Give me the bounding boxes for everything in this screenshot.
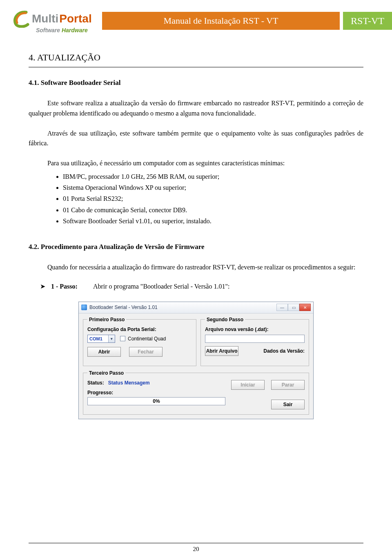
list-item: Sistema Operacional Windows XP ou superi… [63, 182, 363, 193]
logo-text-main: MultiPortal [32, 13, 92, 24]
iniciar-button[interactable]: Iniciar [231, 380, 265, 390]
chevron-down-icon: ▾ [108, 335, 115, 342]
subsection-4-1: 4.1. Software Bootloader Serial [29, 79, 363, 87]
subsection-4-2: 4.2. Procedimento para Atualização de Ve… [29, 243, 363, 251]
fechar-button[interactable]: Fechar [129, 347, 163, 357]
sair-button[interactable]: Sair [271, 400, 305, 409]
checkbox-icon [120, 336, 125, 341]
dados-versao-label: Dados da Versão: [263, 348, 305, 354]
dialog-screenshot: Bootloader Serial - Versão 1.01 — ▭ ✕ Pr… [78, 302, 314, 419]
page-footer: 20 [0, 543, 392, 553]
dialog-title: Bootloader Serial - Versão 1.01 [89, 304, 276, 310]
paragraph-2: Através de sua utilização, este software… [29, 129, 363, 149]
logo-area: MultiPortal Software Hardware [0, 7, 102, 36]
logo-text-sub: Software Hardware [36, 27, 88, 33]
page-header: MultiPortal Software Hardware Manual de … [0, 7, 392, 36]
file-label: Arquivo nova versão (.dat): [205, 327, 305, 332]
abrir-arquivo-button[interactable]: Abrir Arquivo [205, 346, 238, 356]
group-segundo-passo: Segundo Passo Arquivo nova versão (.dat)… [200, 317, 309, 366]
logo: MultiPortal Software Hardware [12, 10, 92, 33]
dialog-window: Bootloader Serial - Versão 1.01 — ▭ ✕ Pr… [78, 302, 314, 419]
minimize-button[interactable]: — [276, 304, 288, 311]
serial-config-label: Configuração da Porta Serial: [87, 327, 192, 332]
close-button[interactable]: ✕ [299, 304, 311, 311]
header-title: Manual de Instalação RST - VT [102, 12, 340, 30]
com-port-select[interactable]: COM1 ▾ [87, 335, 115, 343]
list-item: IBM/PC, processador 1.0 GHz, 256 MB RAM,… [63, 171, 363, 182]
file-path-input[interactable] [205, 335, 305, 343]
step-description: Abrir o programa "Bootloader Serial - Ve… [93, 283, 229, 290]
paragraph-1: Este software realiza a atualização da v… [29, 98, 363, 119]
checkbox-label: Continental Quad [128, 336, 166, 342]
progress-label: Progresso: [87, 390, 225, 396]
continental-quad-checkbox[interactable]: Continental Quad [120, 336, 166, 342]
swoosh-icon [12, 10, 30, 28]
paragraph-4: Quando for necessária a atualização do f… [29, 262, 363, 273]
status-value: Status Mensagem [108, 380, 150, 386]
page-number: 20 [0, 546, 392, 553]
progress-value: 0% [153, 398, 160, 404]
step-1: ➤ 1 - Passo: Abrir o programa "Bootloade… [40, 282, 363, 290]
abrir-button[interactable]: Abrir [87, 347, 121, 357]
app-icon [81, 304, 87, 310]
chevron-right-icon: ➤ [40, 282, 45, 290]
maximize-button[interactable]: ▭ [288, 304, 299, 311]
group-primeiro-passo: Primeiro Passo Configuração da Porta Ser… [83, 317, 196, 366]
paragraph-3: Para sua utilização, é necessário um com… [29, 158, 363, 169]
list-item: 01 Porta Serial RS232; [63, 193, 363, 204]
group-legend: Terceiro Passo [87, 370, 125, 376]
dialog-body: Primeiro Passo Configuração da Porta Ser… [79, 313, 313, 419]
status-label: Status: [87, 380, 104, 386]
list-item: Software Bootloader Serial v1.01, ou sup… [63, 216, 363, 227]
window-controls: — ▭ ✕ [276, 304, 311, 311]
page-content: 4. ATUALIZAÇÃO 4.1. Software Bootloader … [0, 36, 392, 419]
com-port-value: COM1 [89, 336, 102, 341]
group-terceiro-passo: Terceiro Passo Status: Status Mensagem P… [83, 370, 309, 415]
step-label: 1 - Passo: [51, 283, 78, 290]
dialog-titlebar: Bootloader Serial - Versão 1.01 — ▭ ✕ [79, 302, 313, 313]
footer-rule [29, 543, 363, 543]
group-legend: Primeiro Passo [87, 317, 126, 322]
group-legend: Segundo Passo [205, 317, 245, 322]
section-rule [29, 67, 363, 67]
progress-bar: 0% [87, 397, 225, 405]
section-heading: 4. ATUALIZAÇÃO [29, 52, 363, 63]
header-badge: RST-VT [343, 12, 392, 30]
list-item: 01 Cabo de comunicação Serial, conector … [63, 204, 363, 216]
requirements-list: IBM/PC, processador 1.0 GHz, 256 MB RAM,… [63, 171, 363, 227]
parar-button[interactable]: Parar [271, 380, 305, 390]
